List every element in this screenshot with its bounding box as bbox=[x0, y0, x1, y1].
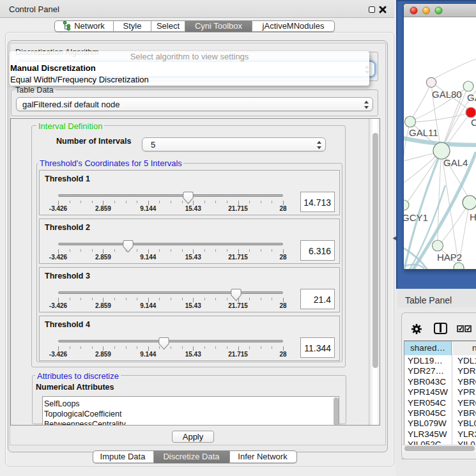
svg-text:H: H bbox=[470, 211, 476, 222]
svg-text:GA: GA bbox=[467, 92, 476, 103]
svg-text:HAP2: HAP2 bbox=[437, 252, 462, 263]
svg-text:GAL11: GAL11 bbox=[409, 127, 438, 138]
svg-text:GAL4: GAL4 bbox=[443, 157, 468, 168]
svg-text:GCY1: GCY1 bbox=[404, 212, 428, 223]
svg-text:GAL80: GAL80 bbox=[432, 89, 462, 100]
svg-text:C: C bbox=[471, 117, 476, 128]
